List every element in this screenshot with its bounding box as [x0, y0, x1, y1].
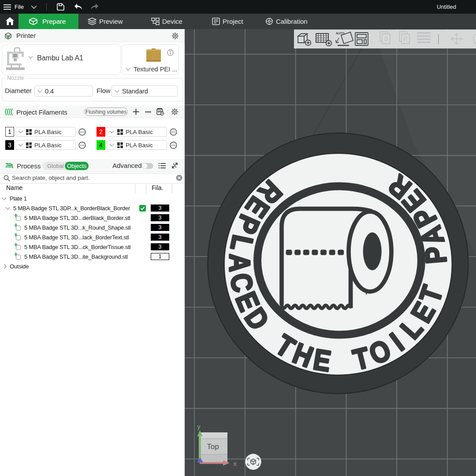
- svg-text:A: A: [223, 254, 256, 272]
- svg-text:P: P: [419, 245, 453, 265]
- svg-text:x: x: [233, 460, 237, 467]
- svg-text:AUTO: AUTO: [336, 32, 345, 35]
- svg-text:0: 0: [384, 35, 388, 42]
- svg-text:y: y: [197, 423, 201, 430]
- svg-text:P: P: [403, 35, 407, 42]
- svg-text:Top: Top: [207, 443, 219, 451]
